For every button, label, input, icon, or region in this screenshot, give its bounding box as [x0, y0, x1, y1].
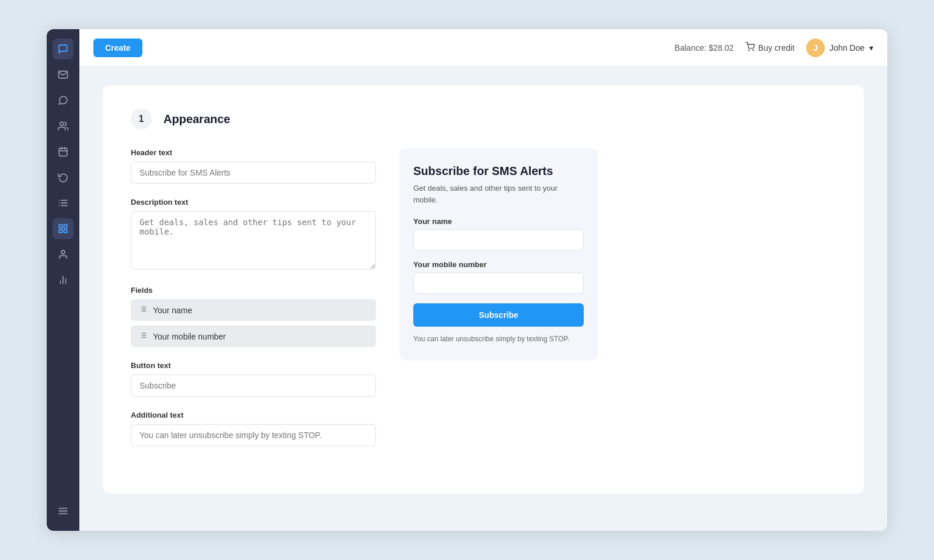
preview-subscribe-button[interactable]: Subscribe — [413, 303, 584, 327]
button-text-label: Button text — [131, 361, 376, 370]
additional-text-label: Additional text — [131, 411, 376, 419]
cart-icon — [745, 42, 755, 53]
page-content: 1 Appearance Header text Description tex… — [79, 66, 887, 531]
sidebar — [47, 29, 79, 531]
sidebar-icon-contacts[interactable] — [53, 116, 74, 136]
topbar-right: Balance: $28.02 Buy credit J John Doe ▾ — [675, 38, 873, 57]
field-name-label: Your name — [153, 306, 192, 315]
button-text-group: Button text — [131, 361, 376, 397]
sidebar-icon-chat[interactable] — [53, 38, 74, 60]
main-card: 1 Appearance Header text Description tex… — [103, 85, 864, 494]
button-text-input[interactable] — [131, 374, 376, 397]
user-avatar: J — [806, 38, 825, 57]
topbar: Create Balance: $28.02 Buy credit J John… — [79, 29, 887, 66]
header-text-input[interactable] — [131, 162, 376, 184]
user-name: John Doe — [830, 43, 865, 52]
additional-text-group: Additional text — [131, 411, 376, 446]
sidebar-icon-history[interactable] — [53, 167, 74, 188]
svg-rect-13 — [64, 230, 67, 233]
section-header: 1 Appearance — [131, 108, 836, 130]
balance-display: Balance: $28.02 — [675, 43, 734, 52]
user-menu-button[interactable]: J John Doe ▾ — [806, 38, 873, 57]
create-button[interactable]: Create — [93, 38, 142, 57]
preview-footer-text: You can later unsubscribe simply by text… — [413, 334, 584, 344]
chevron-down-icon: ▾ — [869, 43, 873, 52]
description-text-label: Description text — [131, 198, 376, 206]
svg-rect-14 — [59, 230, 62, 233]
sidebar-icon-account[interactable] — [53, 244, 74, 265]
section-title: Appearance — [163, 113, 231, 126]
preview-column: Subscribe for SMS Alerts Get deals, sale… — [399, 148, 598, 460]
svg-point-0 — [60, 122, 64, 125]
header-text-label: Header text — [131, 148, 376, 157]
sidebar-icon-widget[interactable] — [53, 218, 74, 239]
preview-title: Subscribe for SMS Alerts — [413, 164, 584, 178]
sidebar-icon-list[interactable] — [53, 192, 74, 214]
sidebar-icon-calendar[interactable] — [53, 141, 74, 162]
app-wrapper: Create Balance: $28.02 Buy credit J John… — [47, 29, 887, 531]
preview-name-label: Your name — [413, 217, 584, 226]
fields-group: Fields Your name — [131, 286, 376, 347]
fields-list: Your name Your mobile number — [131, 299, 376, 347]
svg-point-23 — [752, 50, 753, 50]
header-text-group: Header text — [131, 148, 376, 184]
buy-credit-button[interactable]: Buy credit — [745, 42, 794, 53]
svg-rect-12 — [64, 225, 67, 228]
two-col-layout: Header text Description text Fields — [131, 148, 836, 460]
sidebar-icon-messages[interactable] — [53, 90, 74, 111]
sidebar-icon-analytics[interactable] — [53, 270, 74, 290]
preview-description: Get deals, sales and other tips sent to … — [413, 183, 584, 205]
description-text-input[interactable] — [131, 211, 376, 270]
additional-text-input[interactable] — [131, 424, 376, 446]
fields-label: Fields — [131, 286, 376, 295]
drag-icon-mobile — [139, 331, 147, 341]
main-area: Create Balance: $28.02 Buy credit J John… — [79, 29, 887, 531]
sidebar-icon-email[interactable] — [53, 64, 74, 85]
drag-icon-name — [139, 305, 147, 315]
buy-credit-label: Buy credit — [758, 43, 794, 52]
form-column: Header text Description text Fields — [131, 148, 376, 460]
svg-rect-1 — [59, 148, 67, 156]
preview-card: Subscribe for SMS Alerts Get deals, sale… — [399, 148, 598, 360]
sidebar-icon-menu[interactable] — [53, 501, 74, 522]
preview-mobile-label: Your mobile number — [413, 260, 584, 269]
field-item-name[interactable]: Your name — [131, 299, 376, 321]
svg-point-15 — [61, 250, 65, 254]
svg-point-22 — [748, 50, 749, 50]
field-item-mobile[interactable]: Your mobile number — [131, 326, 376, 347]
description-text-group: Description text — [131, 198, 376, 272]
preview-mobile-input[interactable] — [413, 272, 584, 294]
svg-rect-11 — [59, 225, 62, 228]
preview-name-input[interactable] — [413, 229, 584, 251]
step-number: 1 — [131, 108, 152, 130]
field-mobile-label: Your mobile number — [153, 332, 226, 341]
